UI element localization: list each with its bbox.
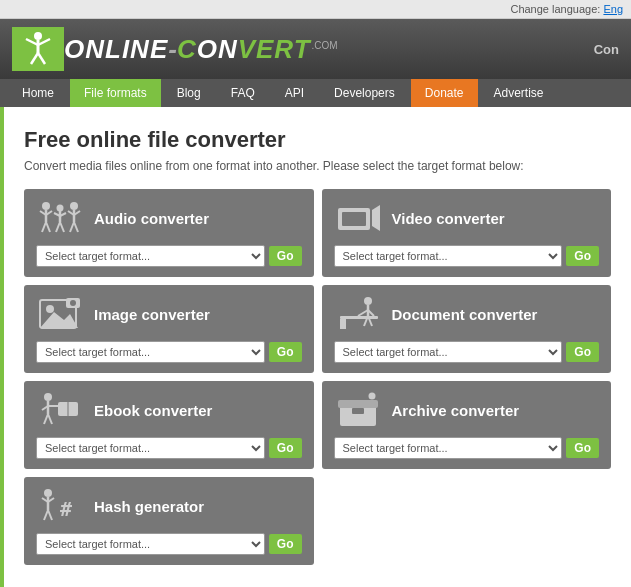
svg-point-32 <box>364 297 372 305</box>
image-format-select[interactable]: Select target format... <box>36 341 265 363</box>
document-go-button[interactable]: Go <box>566 342 599 362</box>
document-converter-title: Document converter <box>392 306 538 323</box>
svg-rect-25 <box>342 212 366 226</box>
svg-rect-49 <box>338 400 378 408</box>
page-subtitle: Convert media files online from one form… <box>24 159 611 173</box>
document-icon <box>334 295 382 333</box>
image-card-header: Image converter <box>36 295 302 333</box>
svg-marker-26 <box>372 205 380 231</box>
nav-advertise[interactable]: Advertise <box>480 79 558 107</box>
logo-icon <box>12 27 64 71</box>
svg-marker-29 <box>40 312 78 328</box>
nav-blog[interactable]: Blog <box>163 79 215 107</box>
ebook-go-button[interactable]: Go <box>269 438 302 458</box>
svg-point-40 <box>44 393 52 401</box>
ebook-icon <box>36 391 84 429</box>
header-right: Con <box>594 42 619 57</box>
audio-go-button[interactable]: Go <box>269 246 302 266</box>
ebook-converter-title: Ebook converter <box>94 402 212 419</box>
nav-faq[interactable]: FAQ <box>217 79 269 107</box>
image-go-button[interactable]: Go <box>269 342 302 362</box>
hash-converter-card: # Hash generator Select target format...… <box>24 477 314 565</box>
image-converter-title: Image converter <box>94 306 210 323</box>
svg-line-4 <box>31 53 38 64</box>
main-content: Free online file converter Convert media… <box>0 107 631 587</box>
header: ONLINE - CONVERT .COM Con <box>0 19 631 79</box>
svg-line-3 <box>38 39 50 45</box>
nav-developers[interactable]: Developers <box>320 79 409 107</box>
ebook-converter-card: Ebook converter Select target format... … <box>24 381 314 469</box>
svg-line-10 <box>42 222 46 232</box>
video-controls: Select target format... Go <box>334 245 600 267</box>
svg-point-18 <box>70 202 78 210</box>
svg-line-35 <box>358 310 368 316</box>
document-format-select[interactable]: Select target format... <box>334 341 563 363</box>
document-card-header: Document converter <box>334 295 600 333</box>
video-go-button[interactable]: Go <box>566 246 599 266</box>
top-bar: Change language: Eng <box>0 0 631 19</box>
archive-converter-title: Archive converter <box>392 402 520 419</box>
audio-icon <box>36 199 84 237</box>
svg-point-52 <box>44 489 52 497</box>
svg-point-31 <box>70 300 76 306</box>
nav-file-formats[interactable]: File formats <box>70 79 161 107</box>
ebook-format-select[interactable]: Select target format... <box>36 437 265 459</box>
image-controls: Select target format... Go <box>36 341 302 363</box>
archive-card-header: Archive converter <box>334 391 600 429</box>
svg-line-17 <box>60 222 64 232</box>
video-format-select[interactable]: Select target format... <box>334 245 563 267</box>
logo-area: ONLINE - CONVERT .COM <box>12 27 338 71</box>
audio-converter-title: Audio converter <box>94 210 209 227</box>
nav-api[interactable]: API <box>271 79 318 107</box>
hash-converter-title: Hash generator <box>94 498 204 515</box>
nav-donate[interactable]: Donate <box>411 79 478 107</box>
audio-converter-card: Audio converter Select target format... … <box>24 189 314 277</box>
svg-line-44 <box>44 414 48 424</box>
svg-point-51 <box>368 393 375 400</box>
svg-line-11 <box>46 222 50 232</box>
svg-line-16 <box>56 222 60 232</box>
logo-text: ONLINE - CONVERT .COM <box>64 34 338 65</box>
video-converter-title: Video converter <box>392 210 505 227</box>
archive-format-select[interactable]: Select target format... <box>334 437 563 459</box>
svg-point-6 <box>42 202 50 210</box>
svg-point-28 <box>46 305 54 313</box>
video-card-header: Video converter <box>334 199 600 237</box>
image-converter-card: Image converter Select target format... … <box>24 285 314 373</box>
converter-grid: Audio converter Select target format... … <box>24 189 611 469</box>
page-title: Free online file converter <box>24 127 611 153</box>
hash-controls: Select target format... Go <box>36 533 302 555</box>
svg-line-45 <box>48 414 52 424</box>
hash-go-button[interactable]: Go <box>269 534 302 554</box>
nav-home[interactable]: Home <box>8 79 68 107</box>
language-value[interactable]: Eng <box>603 3 623 15</box>
archive-icon <box>334 391 382 429</box>
hash-card-header: # Hash generator <box>36 487 302 525</box>
archive-converter-card: Archive converter Select target format..… <box>322 381 612 469</box>
svg-rect-50 <box>352 408 364 414</box>
svg-line-57 <box>48 510 52 520</box>
ebook-card-header: Ebook converter <box>36 391 302 429</box>
svg-text:#: # <box>60 497 72 521</box>
audio-card-header: Audio converter <box>36 199 302 237</box>
video-icon <box>334 199 382 237</box>
svg-line-56 <box>44 510 48 520</box>
svg-point-12 <box>57 205 64 212</box>
archive-go-button[interactable]: Go <box>566 438 599 458</box>
archive-controls: Select target format... Go <box>334 437 600 459</box>
svg-line-23 <box>74 222 78 232</box>
image-icon <box>36 295 84 333</box>
svg-rect-39 <box>340 319 346 329</box>
svg-line-22 <box>70 222 74 232</box>
svg-point-0 <box>34 32 42 40</box>
change-language-label: Change language: <box>510 3 600 15</box>
document-converter-card: Document converter Select target format.… <box>322 285 612 373</box>
hash-format-select[interactable]: Select target format... <box>36 533 265 555</box>
ebook-controls: Select target format... Go <box>36 437 302 459</box>
svg-line-2 <box>26 39 38 45</box>
video-converter-card: Video converter Select target format... … <box>322 189 612 277</box>
hash-icon: # <box>36 487 84 525</box>
audio-format-select[interactable]: Select target format... <box>36 245 265 267</box>
document-controls: Select target format... Go <box>334 341 600 363</box>
nav-bar: Home File formats Blog FAQ API Developer… <box>0 79 631 107</box>
